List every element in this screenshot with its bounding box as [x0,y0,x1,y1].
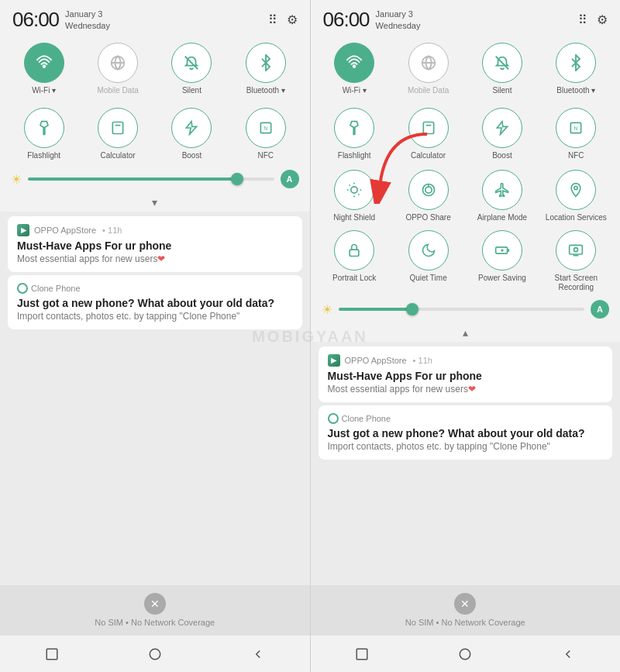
right-clonephone-header: Clone Phone [328,413,604,424]
left-bottom-nav [0,635,310,672]
right-recent-btn[interactable] [353,645,371,663]
right-back-btn[interactable] [559,645,577,663]
bell-icon [171,43,212,83]
right-mobiledata-label: Mobile Data [408,86,449,95]
right-silent-label: Silent [492,86,512,95]
left-clonephone-title: Just got a new phone? What about your ol… [17,297,293,309]
right-notif-clonephone: Clone Phone Just got a new phone? What a… [319,405,613,460]
left-back-btn[interactable] [249,645,267,663]
left-home-btn[interactable] [146,645,164,663]
right-tile-location[interactable]: Location Services [542,170,611,222]
calculator-icon [98,108,138,148]
location-icon [556,170,596,210]
right-quick-tiles-row4: Portrait Lock Quiet Time Power Saving St… [311,227,621,297]
svg-point-48 [460,649,470,660]
right-tile-wifi[interactable]: Wi-Fi ▾ [320,43,389,95]
svg-rect-44 [570,245,583,254]
left-date: January 3 Wednesday [65,9,110,31]
right-tile-calculator[interactable]: Calculator [394,108,463,160]
right-nfc-icon: N [556,108,596,148]
right-brightness-fill [339,308,412,311]
left-status-icons: ⠿ ⚙ [268,12,298,27]
opposhare-icon [408,170,449,210]
right-calculator-icon [408,108,449,148]
right-time: 06:00 [323,8,370,32]
left-appstore-name: OPPO AppStore [34,226,96,235]
right-brightness-slider[interactable] [339,308,585,311]
right-bluetooth-icon [556,43,596,83]
right-collapse-btn[interactable]: ▴ [311,323,621,342]
left-brightness-slider[interactable] [28,177,274,181]
right-tile-screenrecord[interactable]: Start Screen Recording [542,230,611,292]
right-auto-btn[interactable]: A [591,300,609,319]
left-tile-silent[interactable]: Silent [157,43,226,95]
left-clonephone-body: Import contacts, photos etc. by tapping … [17,311,293,322]
svg-text:N: N [264,126,267,131]
airplane-icon [482,170,522,210]
wifi-icon [24,43,64,83]
right-tile-nfc[interactable]: N NFC [542,108,611,160]
right-globe-icon [408,43,449,83]
svg-text:N: N [574,126,578,131]
right-tile-flashlight[interactable]: Flashlight [320,108,389,160]
right-nfc-label: NFC [568,151,584,160]
right-home-btn[interactable] [456,645,474,663]
svg-point-35 [425,187,431,193]
left-auto-btn[interactable]: A [281,170,299,188]
right-location-label: Location Services [546,213,607,222]
left-tile-nfc[interactable]: N NFC [231,108,300,160]
left-heart-icon: ❤ [157,253,165,264]
left-recent-btn[interactable] [43,645,61,663]
right-powersaving-label: Power Saving [478,274,526,283]
left-notif-appstore-header: ▶ OPPO AppStore • 11h [17,224,293,236]
svg-line-31 [350,185,350,186]
svg-line-32 [358,194,359,195]
right-quick-tiles-row1: Wi-Fi ▾ Mobile Data Silent Bluetooth ▾ [311,36,621,102]
right-tile-boost[interactable]: Boost [467,108,536,160]
right-notif-appstore-header: ▶ OPPO AppStore • 11h [328,354,604,367]
right-tile-powersaving[interactable]: Power Saving [467,230,536,292]
left-tile-mobiledata[interactable]: Mobile Data [83,43,152,95]
svg-rect-13 [46,649,57,660]
right-brightness-row: ☀ A [311,297,621,323]
right-brightness-icon: ☀ [322,302,332,317]
left-settings-icon[interactable]: ⚙ [287,12,298,27]
left-appstore-time: • 11h [102,226,122,235]
right-notifications: ▶ OPPO AppStore • 11h Must-Have Apps For… [311,342,621,585]
right-date: January 3 Wednesday [376,9,421,31]
svg-point-28 [351,187,357,193]
right-tile-silent[interactable]: Silent [467,43,536,95]
right-notif-appstore: ▶ OPPO AppStore • 11h Must-Have Apps For… [319,346,613,402]
right-settings-icon[interactable]: ⚙ [597,12,608,27]
left-expand-btn[interactable]: ▾ [0,193,310,212]
right-tile-airplane[interactable]: Airplane Mode [467,170,536,222]
left-tile-calculator[interactable]: Calculator [83,108,152,160]
left-tile-boost[interactable]: Boost [157,108,226,160]
right-nightshield-label: Night Shield [333,213,375,222]
left-tile-wifi[interactable]: Wi-Fi ▾ [9,43,78,95]
bluetooth-icon [246,43,286,83]
right-airplane-label: Airplane Mode [477,213,527,222]
right-bluetooth-label: Bluetooth ▾ [556,86,595,95]
left-sim-x-icon: ✕ [144,593,166,615]
right-tile-bluetooth[interactable]: Bluetooth ▾ [542,43,611,95]
left-panel: 06:00 January 3 Wednesday ⠿ ⚙ Wi-Fi ▾ [0,0,310,672]
svg-point-0 [43,65,45,67]
right-clonephone-body: Import contacts, photos etc. by tapping … [328,441,604,452]
right-bottom-nav [311,635,621,672]
left-brightness-fill [28,177,237,181]
right-appstore-body: Most essential apps for new users❤ [328,384,604,395]
left-tile-flashlight[interactable]: Flashlight [9,108,78,160]
left-brightness-thumb [231,173,243,185]
left-calculator-label: Calculator [101,151,136,160]
right-tile-portrait[interactable]: Portrait Lock [320,230,389,292]
right-flashlight-icon [334,108,374,148]
right-tile-oppo-share[interactable]: OPPO Share [394,170,463,222]
right-tile-quiettime[interactable]: Quiet Time [394,230,463,292]
right-wifi-icon [334,43,374,83]
right-portrait-label: Portrait Lock [332,274,376,283]
right-quick-tiles-row3: Night Shield OPPO Share Airplane Mode [311,167,621,227]
left-tile-bluetooth[interactable]: Bluetooth ▾ [231,43,300,95]
right-tile-mobiledata[interactable]: Mobile Data [394,43,463,95]
right-tile-nightshield[interactable]: Night Shield [320,170,389,222]
